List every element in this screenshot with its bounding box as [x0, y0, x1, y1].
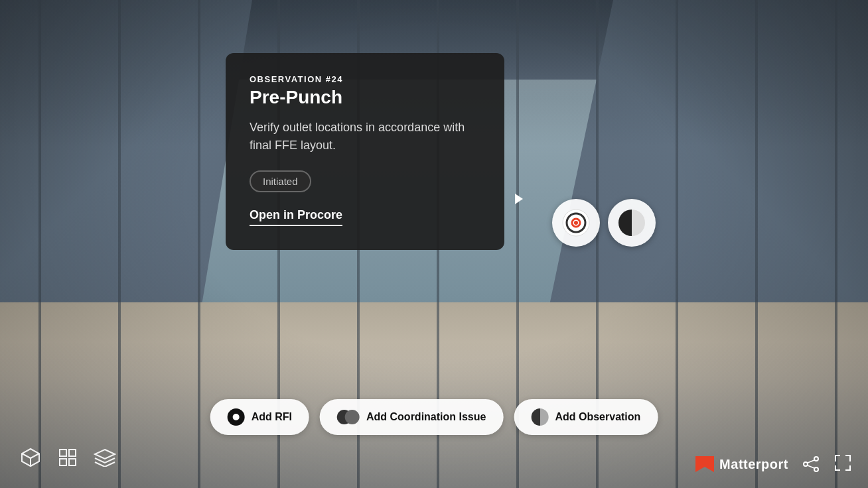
svg-line-6: [22, 454, 31, 458]
svg-marker-13: [95, 450, 115, 459]
svg-point-15: [814, 457, 818, 461]
add-coordination-issue-button[interactable]: Add Coordination Issue: [320, 399, 503, 435]
svg-point-4: [233, 414, 240, 420]
svg-point-3: [574, 221, 578, 225]
share-icon[interactable]: [802, 455, 820, 473]
add-rfi-button[interactable]: Add RFI: [210, 399, 309, 435]
matterport-logo-text: Matterport: [719, 457, 788, 472]
open-in-procore-link[interactable]: Open in Procore: [250, 208, 342, 226]
matterport-logo: Matterport: [695, 456, 788, 472]
svg-rect-12: [69, 459, 76, 465]
svg-line-7: [31, 454, 39, 458]
expand-icon[interactable]: [833, 454, 852, 475]
cube-nav-icon[interactable]: [19, 446, 42, 469]
svg-point-17: [814, 467, 818, 471]
svg-rect-9: [60, 450, 66, 456]
procore-icon: [561, 208, 591, 237]
add-rfi-label: Add RFI: [252, 411, 292, 423]
observation-card: OBSERVATION #24 Pre-Punch Verify outlet …: [226, 53, 504, 250]
add-observation-label: Add Observation: [555, 411, 640, 423]
status-badge: Initiated: [250, 170, 311, 192]
observation-type: Pre-Punch: [250, 87, 480, 108]
svg-marker-14: [695, 456, 714, 472]
svg-point-16: [804, 462, 808, 466]
coordination-icon: [337, 408, 360, 426]
half-circle-icon: [618, 210, 645, 236]
procore-tool-button[interactable]: [552, 199, 600, 247]
matterport-logo-icon: [695, 456, 714, 472]
bottom-left-nav: [19, 446, 117, 469]
svg-line-19: [808, 465, 814, 468]
observation-description: Verify outlet locations in accordance wi…: [250, 119, 480, 154]
tool-buttons: [552, 199, 656, 247]
svg-rect-10: [69, 450, 76, 456]
observation-label: OBSERVATION #24: [250, 74, 480, 84]
add-observation-button[interactable]: Add Observation: [514, 399, 658, 435]
bottom-right-branding: Matterport: [695, 454, 852, 475]
half-circle-dark: [618, 210, 632, 236]
svg-line-18: [808, 460, 814, 463]
observation-icon: [531, 408, 548, 426]
next-arrow[interactable]: [504, 186, 531, 212]
scene-tool-button[interactable]: [608, 199, 656, 247]
svg-rect-11: [60, 459, 66, 465]
layers-nav-icon[interactable]: [93, 446, 117, 469]
add-coordination-label: Add Coordination Issue: [366, 411, 486, 423]
grid-nav-icon[interactable]: [56, 446, 80, 469]
coordination-icon-circle2: [345, 410, 360, 424]
bottom-action-buttons: Add RFI Add Coordination Issue Add Obser…: [210, 399, 658, 435]
rfi-icon: [228, 408, 245, 426]
